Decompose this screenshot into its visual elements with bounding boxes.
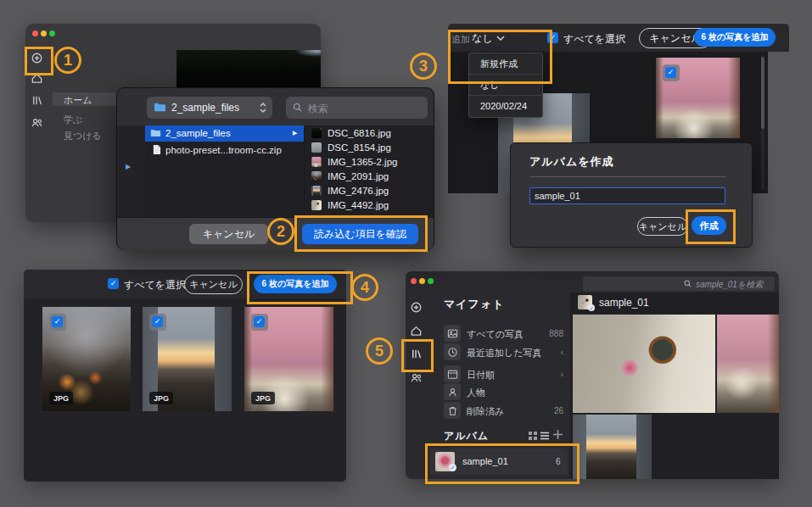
zoom-window-button[interactable] [428,278,434,284]
document-icon [152,144,161,155]
highlight-box-create [686,209,736,244]
file-row[interactable]: IMG_2091.jpg [305,170,434,184]
menu-item-date[interactable]: 2020/02/24 [469,96,542,116]
file-row[interactable]: IMG_4492.jpg [305,198,434,213]
file-thumbnail [311,171,322,181]
jpg-badge: JPG [251,392,275,404]
nav-discover-label[interactable]: 見つける [64,130,102,142]
file-thumbnail [311,157,322,167]
all-photos-count: 888 [543,329,563,338]
file-name: IMG_2476.jpg [328,186,389,196]
folder-row-selected[interactable]: 2_sample_files ▶ [145,125,304,142]
search-placeholder: sample_01を検索 [696,279,763,291]
close-window-button[interactable] [411,278,417,284]
nav-learn-label[interactable]: 学ぶ [64,114,82,126]
folder-select-dropdown[interactable]: 2_sample_files [147,97,272,119]
deleted-count: 26 [543,406,563,415]
select-all-label: すべてを選択 [124,278,186,292]
file-row[interactable]: IMG_2476.jpg [305,184,434,198]
cancel-button[interactable]: キャンセル [637,217,688,236]
close-window-button[interactable] [32,31,38,36]
photo-checkbox[interactable]: ✓ [665,67,676,78]
select-all-label: すべてを選択 [563,32,625,47]
file-name: IMG_4492.jpg [328,200,389,210]
folder-icon [154,102,166,113]
chevron-updown-icon [259,102,267,114]
zoom-window-button[interactable] [49,31,55,36]
sidebar-item-all-photos[interactable]: すべての写真 [467,328,524,341]
photo-checkbox[interactable]: ✓ [52,316,63,327]
sidebar-item-people[interactable]: 人物 [467,387,485,399]
folder-row-label: 2_sample_files [165,128,231,138]
by-date-chevron[interactable]: ‹ [543,370,563,379]
recently-added-chevron[interactable]: ‹ [543,348,563,357]
step-2-badge: 2 [267,218,294,245]
nav-home-label[interactable]: ホーム [64,94,92,107]
minimize-window-button[interactable] [41,31,47,36]
people-icon[interactable] [410,371,423,384]
file-thumbnail [311,142,322,153]
jpg-badge: JPG [149,392,173,404]
by-date-icon [444,365,461,382]
photo-bathroom-flowers[interactable] [573,315,715,413]
sidebar-item-by-date[interactable]: 日付順 [467,369,495,382]
search-icon [292,102,303,113]
file-row[interactable]: DSC_8154.jpg [305,141,434,155]
photo-checkbox-wrap: ✓ [49,314,66,331]
arrow-right-icon: ▶ [293,130,297,136]
dialog-sidebar-strip: ▶ [117,125,145,217]
home-icon[interactable] [410,325,423,337]
grid-view-icon[interactable] [529,432,537,440]
zip-file-row[interactable]: photo-preset...troom-cc.zip [145,142,304,158]
photo-cherry-street[interactable]: ✓ JPG [244,307,333,411]
photo-checkbox-wrap: ✓ [663,64,680,81]
library-icon[interactable] [31,94,43,107]
folder-select-value: 2_sample_files [171,102,239,114]
add-photos-button[interactable]: 6 枚の写真を追加 [694,28,776,47]
cancel-button[interactable]: キャンセル [189,224,268,244]
add-album-icon[interactable] [553,430,563,439]
photo-checkbox[interactable]: ✓ [254,316,265,327]
highlight-box-dropdown [448,30,552,84]
photo-sunset-street[interactable]: ✓ JPG [143,307,232,411]
my-photos-title: マイフォト [444,297,505,312]
file-thumbnail [311,186,322,196]
photo-checkbox-wrap: ✓ [149,314,166,331]
file-row[interactable]: DSC_6816.jpg [305,126,434,141]
step-4-badge: 4 [351,274,378,301]
album-name-input[interactable] [529,187,725,204]
recently-added-icon [444,343,461,360]
dialog-search-field[interactable]: 検索 [286,97,428,119]
step-5-badge: 5 [366,337,393,365]
step-3-badge: 3 [410,53,437,80]
photo-checkbox[interactable]: ✓ [152,316,163,327]
photo-rainy-street[interactable]: ✓ JPG [42,307,131,411]
file-row[interactable]: IMG_1365-2.jpg [305,155,434,170]
photo-sunset-street[interactable] [573,415,652,479]
list-view-icon[interactable] [540,432,549,440]
zip-file-label: photo-preset...troom-cc.zip [165,145,282,155]
select-all-checkbox[interactable]: ✓ [108,278,119,289]
content-title: sample_01 [599,297,649,309]
dialog-title: アルバムを作成 [529,154,614,170]
all-photos-icon [444,325,461,342]
highlight-box-review-import [294,215,428,252]
cancel-button[interactable]: キャンセル [184,275,243,294]
step-1-badge: 1 [54,47,81,74]
add-photos-icon[interactable] [410,301,423,314]
highlight-box-add-photos [247,271,353,304]
people-icon[interactable] [31,116,43,129]
sidebar-item-deleted[interactable]: 削除済み [467,405,504,418]
photo-cherry-street[interactable] [717,315,779,413]
scrollbar-thumb[interactable] [761,57,764,129]
minimize-window-button[interactable] [419,278,425,284]
file-thumbnail [311,200,322,210]
photo-cherry-street[interactable]: ✓ [656,58,740,138]
library-main-area: ✓ sample_01 [570,292,779,479]
sidebar-item-recently-added[interactable]: 最近追加した写真 [467,347,542,359]
file-name: IMG_2091.jpg [328,171,389,181]
library-search-field[interactable]: sample_01を検索 [583,276,775,291]
file-name: DSC_8154.jpg [328,142,391,153]
scrollbar-track[interactable] [761,55,764,190]
arrow-right-icon[interactable]: ▶ [126,163,131,170]
